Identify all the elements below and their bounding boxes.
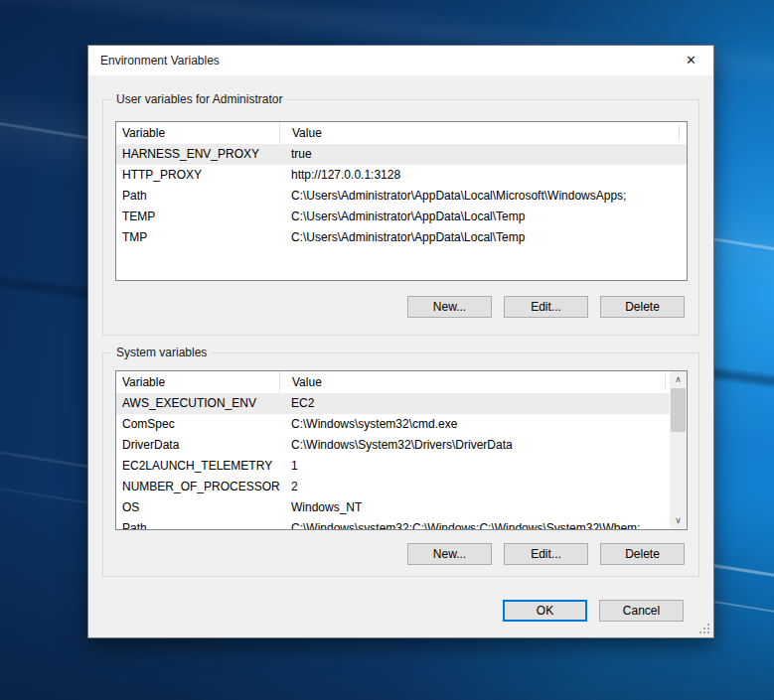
variable-value: C:\Windows\system32;C:\Windows;C:\Window…	[279, 518, 670, 529]
table-row[interactable]: HTTP_PROXYhttp://127.0.0.1:3128	[116, 165, 687, 186]
dialog-title: Environment Variables	[100, 46, 220, 75]
variable-name: Path	[116, 518, 279, 529]
list-header: Variable Value	[116, 371, 687, 393]
table-row[interactable]: ComSpecC:\Windows\system32\cmd.exe	[116, 414, 670, 435]
system-variables-list[interactable]: Variable Value AWS_EXECUTION_ENVEC2ComSp…	[115, 370, 688, 530]
variable-name: NUMBER_OF_PROCESSORS	[116, 477, 279, 497]
variable-value: EC2	[279, 393, 670, 414]
variable-value: C:\Windows\System32\Drivers\DriverData	[279, 435, 670, 456]
column-divider[interactable]	[679, 125, 680, 141]
system-delete-button[interactable]: Delete	[600, 543, 685, 565]
variable-name: TEMP	[116, 207, 279, 227]
scrollbar-thumb[interactable]	[671, 388, 686, 432]
scroll-up-icon[interactable]: ∧	[670, 371, 687, 388]
variable-name: Path	[116, 186, 279, 207]
system-variables-group-label: System variables	[111, 346, 212, 359]
desktop-wallpaper: Environment Variables ✕ User variables f…	[0, 0, 774, 700]
variable-name: TMP	[116, 227, 279, 248]
table-row[interactable]: HARNESS_ENV_PROXYtrue	[116, 144, 687, 165]
close-icon[interactable]: ✕	[669, 46, 713, 75]
user-variables-group-label: User variables for Administrator	[111, 92, 287, 106]
column-header-variable[interactable]: Variable	[116, 371, 279, 393]
cancel-button[interactable]: Cancel	[599, 600, 684, 622]
variable-value: Windows_NT	[279, 497, 670, 518]
table-row[interactable]: OSWindows_NT	[116, 497, 670, 518]
scroll-down-icon[interactable]: ∨	[670, 512, 687, 529]
variable-value: 1	[279, 456, 670, 477]
table-row[interactable]: PathC:\Users\Administrator\AppData\Local…	[116, 186, 687, 207]
user-delete-button[interactable]: Delete	[600, 296, 685, 318]
system-new-button[interactable]: New...	[407, 543, 492, 565]
column-divider[interactable]	[665, 374, 666, 390]
table-row[interactable]: PathC:\Windows\system32;C:\Windows;C:\Wi…	[116, 518, 670, 529]
table-row[interactable]: TEMPC:\Users\Administrator\AppData\Local…	[116, 207, 687, 227]
variable-value: http://127.0.0.1:3128	[279, 165, 687, 186]
variable-name: HARNESS_ENV_PROXY	[116, 144, 279, 165]
user-new-button[interactable]: New...	[407, 296, 492, 318]
user-variables-rows: HARNESS_ENV_PROXYtrueHTTP_PROXYhttp://12…	[116, 144, 687, 280]
table-row[interactable]: TMPC:\Users\Administrator\AppData\Local\…	[116, 227, 687, 248]
user-edit-button[interactable]: Edit...	[504, 296, 588, 318]
variable-value: C:\Users\Administrator\AppData\Local\Tem…	[279, 207, 687, 227]
variable-name: ComSpec	[116, 414, 279, 435]
vertical-scrollbar[interactable]: ∧ ∨	[670, 371, 687, 529]
environment-variables-dialog: Environment Variables ✕ User variables f…	[87, 45, 714, 638]
variable-value: true	[279, 144, 687, 165]
variable-name: EC2LAUNCH_TELEMETRY	[116, 456, 279, 477]
ok-button[interactable]: OK	[503, 600, 587, 622]
variable-value: C:\Users\Administrator\AppData\Local\Tem…	[279, 227, 687, 248]
variable-name: AWS_EXECUTION_ENV	[116, 393, 279, 414]
system-variables-rows: AWS_EXECUTION_ENVEC2ComSpecC:\Windows\sy…	[116, 393, 670, 529]
resize-grip-icon[interactable]	[698, 623, 710, 634]
column-header-value[interactable]: Value	[279, 122, 687, 144]
table-row[interactable]: DriverDataC:\Windows\System32\Drivers\Dr…	[116, 435, 670, 456]
variable-name: HTTP_PROXY	[116, 165, 279, 186]
variable-value: 2	[279, 477, 670, 497]
user-variables-list[interactable]: Variable Value HARNESS_ENV_PROXYtrueHTTP…	[115, 121, 688, 281]
variable-value: C:\Windows\system32\cmd.exe	[279, 414, 670, 435]
table-row[interactable]: EC2LAUNCH_TELEMETRY1	[116, 456, 670, 477]
variable-value: C:\Users\Administrator\AppData\Local\Mic…	[279, 186, 687, 207]
variable-name: DriverData	[116, 435, 279, 456]
table-row[interactable]: AWS_EXECUTION_ENVEC2	[116, 393, 670, 414]
variable-name: OS	[116, 497, 279, 518]
column-header-variable[interactable]: Variable	[116, 122, 279, 144]
list-header: Variable Value	[116, 122, 687, 144]
column-header-value[interactable]: Value	[279, 371, 687, 393]
system-edit-button[interactable]: Edit...	[504, 543, 588, 565]
titlebar[interactable]: Environment Variables ✕	[88, 46, 713, 75]
table-row[interactable]: NUMBER_OF_PROCESSORS2	[116, 477, 670, 497]
